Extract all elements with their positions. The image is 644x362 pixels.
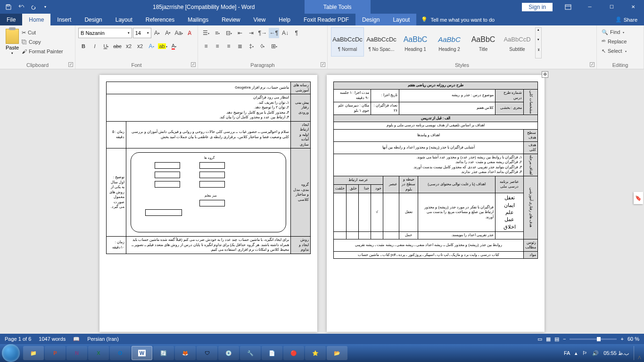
save-icon[interactable] — [3, 2, 14, 12]
read-mode-icon[interactable]: ▭ — [537, 336, 542, 342]
tray-volume-icon[interactable]: 🔊 — [592, 350, 599, 356]
minimize-button[interactable]: ─ — [579, 0, 601, 14]
task-firefox[interactable]: 🦊 — [175, 346, 196, 360]
task-app3[interactable]: 💿 — [218, 346, 239, 360]
gallery-up-icon[interactable]: ▴ — [536, 28, 541, 38]
subscript-button[interactable]: x2 — [124, 41, 134, 51]
word-count[interactable]: 1047 words — [39, 336, 66, 342]
qat-more-icon[interactable]: ▾ — [40, 2, 51, 12]
redo-icon[interactable] — [27, 2, 39, 12]
tab-insert[interactable]: Insert — [50, 14, 78, 25]
ribbon-display-icon[interactable] — [557, 0, 579, 14]
task-excel[interactable]: X — [88, 346, 109, 360]
borders-button[interactable]: ⊞▾ — [269, 41, 279, 51]
dialog-launcher-icon[interactable]: ⤢ — [68, 62, 73, 67]
copy-button[interactable]: ⿻Copy — [22, 38, 63, 46]
text-effects-button[interactable]: A▾ — [146, 41, 157, 51]
task-onenote[interactable]: N — [66, 346, 87, 360]
zoom-in-button[interactable]: + — [620, 336, 623, 342]
align-right-button[interactable]: ≡ — [223, 41, 234, 51]
bullets-button[interactable]: ☰▾ — [201, 28, 211, 38]
style-heading1[interactable]: AaBbCHeading 1 — [399, 27, 432, 57]
tray-flag-icon[interactable]: 🏳 — [582, 350, 587, 356]
style-normal[interactable]: AaBbCcDc¶ Normal — [331, 27, 364, 57]
align-center-button[interactable]: ≡ — [212, 41, 223, 51]
format-painter-button[interactable]: 🖌Format Painter — [22, 47, 63, 56]
task-powerpoint[interactable]: P — [45, 346, 66, 360]
italic-button[interactable]: I — [90, 41, 100, 51]
change-case-button[interactable]: Aa▾ — [174, 28, 184, 38]
undo-icon[interactable] — [15, 2, 26, 12]
tray-clock[interactable]: ب.ظ 05:55 — [603, 350, 629, 356]
rtl-button[interactable]: ←¶ — [269, 28, 279, 38]
tab-table-layout[interactable]: Layout — [386, 14, 416, 25]
task-folder[interactable]: 📂 — [327, 346, 347, 360]
print-layout-icon[interactable]: ▦ — [546, 336, 551, 342]
increase-indent-button[interactable]: ⇥ — [246, 28, 256, 38]
tab-foxit[interactable]: Foxit Reader PDF — [297, 14, 355, 25]
shrink-font-button[interactable]: A▾ — [163, 28, 173, 38]
tab-home[interactable]: Home — [22, 14, 50, 25]
tab-view[interactable]: View — [247, 14, 272, 25]
dialog-launcher-icon[interactable]: ⤢ — [191, 62, 196, 67]
sign-in-button[interactable]: Sign in — [522, 3, 553, 11]
numbering-button[interactable]: ≡▾ — [212, 28, 223, 38]
start-button[interactable] — [2, 344, 20, 362]
tab-design[interactable]: Design — [78, 14, 108, 25]
style-heading2[interactable]: AaBbCHeading 2 — [433, 27, 466, 57]
decrease-indent-button[interactable]: ⇤ — [235, 28, 245, 38]
zoom-level[interactable]: 60 % — [627, 336, 639, 342]
multilevel-button[interactable]: ⊟▾ — [223, 28, 234, 38]
tab-review[interactable]: Review — [215, 14, 247, 25]
font-size-combo[interactable]: 14▾ — [133, 28, 151, 38]
maximize-button[interactable]: ☐ — [601, 0, 622, 14]
dialog-launcher-icon[interactable]: ⤢ — [590, 62, 594, 67]
shading-button[interactable]: ◊▾ — [257, 41, 268, 51]
bold-button[interactable]: B — [78, 41, 89, 51]
spellcheck-icon[interactable]: 📖 — [73, 336, 80, 342]
justify-button[interactable]: ≣ — [235, 41, 245, 51]
ltr-button[interactable]: ¶→ — [257, 28, 268, 38]
clear-formatting-button[interactable]: A̷ — [185, 28, 195, 38]
dialog-launcher-icon[interactable]: ⤢ — [321, 62, 325, 67]
show-marks-button[interactable]: ¶ — [291, 28, 302, 38]
zoom-out-button[interactable]: − — [563, 336, 566, 342]
font-name-combo[interactable]: B Nazanin▾ — [78, 28, 132, 38]
close-button[interactable]: ✕ — [622, 0, 644, 14]
sort-button[interactable]: A↓ — [280, 28, 290, 38]
share-button[interactable]: 👤Share — [609, 16, 644, 23]
task-word[interactable]: W — [132, 346, 152, 360]
task-chrome[interactable]: 🔴 — [283, 346, 304, 360]
tab-file[interactable]: File — [0, 14, 22, 25]
zoom-slider[interactable] — [570, 338, 617, 340]
bookmark-pane-icon[interactable]: 🔖 — [634, 192, 643, 204]
collapse-ribbon-icon[interactable]: ᐱ — [638, 355, 641, 360]
replace-button[interactable]: ᵃᵇReplace — [600, 37, 641, 46]
underline-button[interactable]: U▾ — [101, 41, 111, 51]
task-outlook[interactable]: O — [110, 346, 131, 360]
tray-lang[interactable]: FA — [564, 350, 570, 356]
task-app1[interactable]: 🔄 — [153, 346, 174, 360]
task-app5[interactable]: 📄 — [262, 346, 282, 360]
tell-me-search[interactable]: 💡Tell me what you want to do — [416, 16, 499, 23]
paste-button[interactable]: Paste ▾ — [3, 26, 22, 58]
superscript-button[interactable]: x2 — [135, 41, 145, 51]
task-explorer[interactable]: 📁 — [23, 346, 44, 360]
web-layout-icon[interactable]: ▤ — [554, 336, 559, 342]
tab-table-design[interactable]: Design — [355, 14, 386, 25]
gallery-more-icon[interactable]: ⊻ — [536, 48, 541, 58]
strikethrough-button[interactable]: abc — [112, 41, 123, 51]
style-no-spacing[interactable]: AaBbCcDc¶ No Spac... — [365, 27, 398, 57]
tray-up-icon[interactable]: ▴ — [575, 350, 578, 356]
show-desktop[interactable] — [634, 346, 637, 360]
gallery-down-icon[interactable]: ▾ — [536, 38, 541, 48]
task-app4[interactable]: 🔧 — [240, 346, 261, 360]
task-app2[interactable]: 🛡 — [197, 346, 217, 360]
page-indicator[interactable]: Page 1 of 6 — [5, 336, 31, 342]
document-area[interactable]: رسانه های آموزشیماشین حساب، نرم افزار Ge… — [0, 69, 644, 334]
language-indicator[interactable]: Persian (Iran) — [87, 336, 119, 342]
tab-mailings[interactable]: Mailings — [181, 14, 215, 25]
style-subtitle[interactable]: AaBbCcDSubtitle — [501, 27, 534, 57]
highlight-button[interactable]: ab▾ — [157, 41, 168, 51]
style-title[interactable]: AaBbCTitle — [467, 27, 500, 57]
